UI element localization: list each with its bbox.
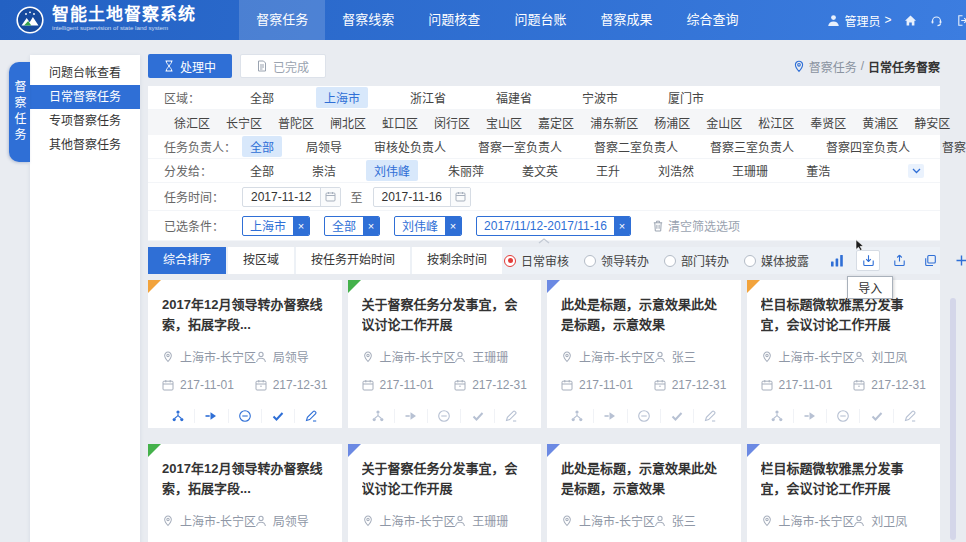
- breadcrumb-section[interactable]: 督察任务: [809, 58, 857, 75]
- filter-option[interactable]: 宁波市: [574, 87, 626, 108]
- edit-button[interactable]: [693, 409, 726, 423]
- filter-option[interactable]: 崇洁: [304, 160, 344, 181]
- filter-option[interactable]: 闸北区: [322, 112, 374, 133]
- filter-option[interactable]: 松江区: [750, 112, 802, 133]
- task-card[interactable]: 栏目标题微软雅黑分发事宜，会议讨论工作开展 上海市-长宁区 刘卫凤 217-11…: [747, 280, 941, 428]
- filter-option[interactable]: 王升: [588, 160, 628, 181]
- task-card[interactable]: 关于督察任务分发事宜，会议讨论工作开展 上海市-长宁区 王珊珊 217-11-0…: [348, 444, 542, 542]
- import-button[interactable]: 导入: [856, 250, 880, 271]
- user-menu[interactable]: 管理员>: [827, 12, 891, 29]
- filter-option[interactable]: 普陀区: [270, 112, 322, 133]
- filter-option[interactable]: 嘉定区: [530, 112, 582, 133]
- filter-option[interactable]: 浦东新区: [582, 112, 646, 133]
- task-card[interactable]: 此处是标题，示意效果此处是标题，示意效果 上海市-长宁区 张三 217-11-0…: [547, 444, 741, 542]
- complete-button[interactable]: [460, 409, 493, 423]
- filter-option[interactable]: 厦门市: [660, 87, 712, 108]
- filter-option[interactable]: 朱丽萍: [440, 160, 492, 181]
- sidebar-item[interactable]: 专项督察任务: [30, 109, 140, 133]
- sort-tab[interactable]: 综合排序: [148, 247, 228, 274]
- sidebar-item[interactable]: 问题台帐查看: [30, 61, 140, 85]
- filter-option[interactable]: 刘浩然: [650, 160, 702, 181]
- sort-tab[interactable]: 按区域: [228, 247, 296, 274]
- filter-option[interactable]: 审核处负责人: [366, 136, 454, 157]
- nav-item[interactable]: 综合查询: [669, 0, 755, 40]
- close-icon[interactable]: ×: [614, 217, 630, 235]
- close-icon[interactable]: ×: [363, 217, 379, 235]
- nav-item[interactable]: 问题核查: [411, 0, 497, 40]
- filter-option[interactable]: 黄浦区: [854, 112, 906, 133]
- filter-option[interactable]: 宝山区: [478, 112, 530, 133]
- suspend-button[interactable]: [228, 409, 261, 423]
- complete-button[interactable]: [261, 409, 294, 423]
- close-icon[interactable]: ×: [293, 217, 309, 235]
- nav-item[interactable]: 督察线索: [325, 0, 411, 40]
- sidebar-item[interactable]: 日常督察任务: [30, 85, 140, 109]
- copy-icon[interactable]: [918, 250, 942, 271]
- date-from-input[interactable]: 2017-11-12: [242, 187, 341, 207]
- sidebar-tab-ducha-renwu[interactable]: 督察任务: [9, 62, 30, 162]
- edit-button[interactable]: [294, 409, 327, 423]
- filter-option[interactable]: 福建省: [488, 87, 540, 108]
- filter-option[interactable]: 督察三室负责人: [702, 136, 802, 157]
- edit-button[interactable]: [494, 409, 527, 423]
- filter-option[interactable]: 董浩: [798, 160, 838, 181]
- tab-completed[interactable]: 已完成: [240, 54, 326, 78]
- filter-option[interactable]: 全部: [242, 160, 282, 181]
- distribute-button[interactable]: [561, 409, 593, 423]
- edit-button[interactable]: [893, 409, 926, 423]
- suspend-button[interactable]: [826, 409, 859, 423]
- chevron-down-icon[interactable]: [908, 164, 924, 178]
- suspend-button[interactable]: [427, 409, 460, 423]
- filter-option[interactable]: 王珊珊: [724, 160, 776, 181]
- logout-icon[interactable]: [956, 14, 966, 27]
- filter-option[interactable]: 刘伟峰: [366, 160, 418, 181]
- forward-button[interactable]: [194, 409, 227, 423]
- nav-item[interactable]: 督察成果: [583, 0, 669, 40]
- filter-option[interactable]: 金山区: [698, 112, 750, 133]
- task-card[interactable]: 关于督察任务分发事宜，会议讨论工作开展 上海市-长宁区 王珊珊 217-11-0…: [348, 280, 542, 428]
- filter-option[interactable]: 姜文英: [514, 160, 566, 181]
- filter-option[interactable]: 崇明区: [958, 112, 966, 133]
- nav-item[interactable]: 督察任务: [239, 0, 325, 40]
- sort-tab[interactable]: 按任务开始时间: [296, 247, 412, 274]
- filter-option[interactable]: 督察二室负责人: [586, 136, 686, 157]
- complete-button[interactable]: [660, 409, 693, 423]
- task-card[interactable]: 此处是标题，示意效果此处是标题，示意效果 上海市-长宁区 张三 217-11-0…: [547, 280, 741, 428]
- home-icon[interactable]: [904, 14, 917, 27]
- sidebar-item[interactable]: 其他督察任务: [30, 133, 140, 157]
- category-radio[interactable]: 媒体披露: [744, 252, 809, 269]
- stats-icon[interactable]: [825, 250, 849, 271]
- category-radio[interactable]: 部门转办: [664, 252, 729, 269]
- filter-option[interactable]: 浙江省: [402, 87, 454, 108]
- filter-option[interactable]: 静安区: [906, 112, 958, 133]
- filter-option[interactable]: 局领导: [298, 136, 350, 157]
- nav-item[interactable]: 问题台账: [497, 0, 583, 40]
- calendar-icon[interactable]: [320, 188, 340, 206]
- collapse-icon[interactable]: [538, 238, 550, 244]
- filter-option[interactable]: 徐汇区: [166, 112, 218, 133]
- service-icon[interactable]: [930, 14, 943, 27]
- filter-option[interactable]: 全部: [242, 136, 282, 157]
- vertical-scrollbar[interactable]: [950, 298, 956, 540]
- distribute-button[interactable]: [362, 409, 394, 423]
- add-icon[interactable]: [949, 250, 966, 271]
- sort-tab[interactable]: 按剩余时间: [412, 247, 504, 274]
- forward-button[interactable]: [593, 409, 626, 423]
- clear-filters-button[interactable]: 清空筛选选项: [653, 217, 740, 234]
- filter-option[interactable]: 长宁区: [218, 112, 270, 133]
- filter-option[interactable]: 督察五室负责人: [934, 136, 966, 157]
- category-radio[interactable]: 领导转办: [584, 252, 649, 269]
- filter-option[interactable]: 闵行区: [426, 112, 478, 133]
- distribute-button[interactable]: [761, 409, 793, 423]
- export-icon[interactable]: [887, 250, 911, 271]
- task-card[interactable]: 2017年12月领导转办督察线索，拓展字段... 上海市-长宁区 局领导 217…: [148, 444, 342, 542]
- forward-button[interactable]: [793, 409, 826, 423]
- filter-option[interactable]: 上海市: [316, 87, 368, 108]
- forward-button[interactable]: [394, 409, 427, 423]
- task-card[interactable]: 2017年12月领导转办督察线索，拓展字段... 上海市-长宁区 局领导 217…: [148, 280, 342, 428]
- date-to-input[interactable]: 2017-11-16: [373, 187, 472, 207]
- filter-option[interactable]: 督察一室负责人: [470, 136, 570, 157]
- filter-option[interactable]: 全部: [242, 87, 282, 108]
- calendar-icon[interactable]: [450, 188, 470, 206]
- category-radio[interactable]: 日常审核: [504, 252, 569, 269]
